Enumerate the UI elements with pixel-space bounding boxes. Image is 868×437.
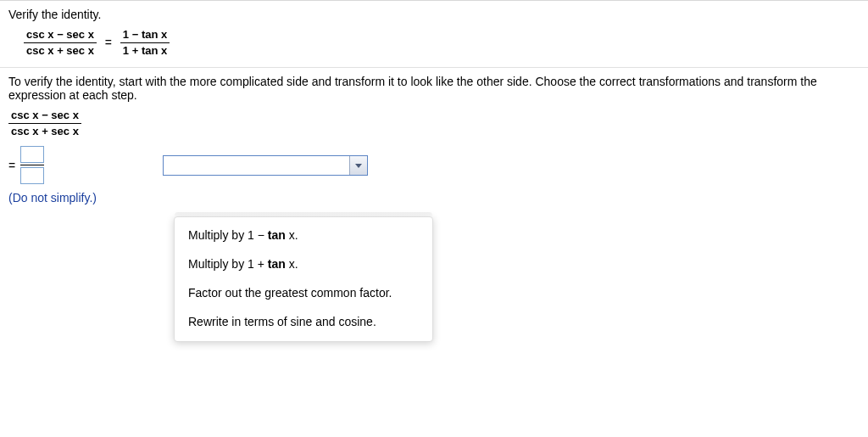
identity-left-num: csc x − sec x bbox=[24, 28, 97, 43]
dropdown-selected-text bbox=[164, 156, 349, 175]
option-multiply-1-plus-tan[interactable]: Multiply by 1 + tan x. bbox=[175, 249, 432, 278]
svg-marker-0 bbox=[355, 164, 362, 168]
step-row: = bbox=[8, 146, 860, 184]
identity-right-num: 1 − tan x bbox=[120, 28, 170, 43]
start-den: csc x + sec x bbox=[8, 124, 81, 138]
start-fraction: csc x − sec x csc x + sec x bbox=[8, 109, 81, 137]
identity-right-den: 1 + tan x bbox=[120, 43, 170, 58]
directions-text: To verify the identity, start with the m… bbox=[8, 75, 860, 102]
starting-expression: csc x − sec x csc x + sec x bbox=[8, 109, 860, 137]
do-not-simplify-note: (Do not simplify.) bbox=[8, 191, 860, 204]
identity-right-fraction: 1 − tan x 1 + tan x bbox=[120, 28, 170, 57]
start-num: csc x − sec x bbox=[8, 109, 81, 124]
transformation-dropdown[interactable] bbox=[163, 155, 368, 176]
option-rewrite-sine-cosine[interactable]: Rewrite in terms of sine and cosine. bbox=[175, 307, 432, 336]
problem-section: Verify the identity. csc x − sec x csc x… bbox=[0, 0, 868, 67]
step-equals: = bbox=[8, 159, 20, 172]
answer-numerator-input[interactable] bbox=[20, 146, 44, 163]
identity-left-den: csc x + sec x bbox=[24, 43, 97, 58]
work-section: To verify the identity, start with the m… bbox=[0, 67, 868, 352]
dropdown-options-panel: Multiply by 1 − tan x. Multiply by 1 + t… bbox=[174, 216, 433, 342]
identity-equation: csc x − sec x csc x + sec x = 1 − tan x … bbox=[24, 28, 860, 57]
option-factor-gcf[interactable]: Factor out the greatest common factor. bbox=[175, 278, 432, 307]
answer-fraction bbox=[20, 146, 44, 184]
equals-sign: = bbox=[100, 36, 117, 49]
identity-left-fraction: csc x − sec x csc x + sec x bbox=[24, 28, 97, 57]
problem-instruction: Verify the identity. bbox=[8, 8, 860, 21]
chevron-down-icon bbox=[354, 161, 363, 170]
dropdown-toggle-button[interactable] bbox=[349, 156, 367, 175]
option-multiply-1-minus-tan[interactable]: Multiply by 1 − tan x. bbox=[175, 221, 432, 249]
answer-denominator-input[interactable] bbox=[20, 167, 44, 184]
